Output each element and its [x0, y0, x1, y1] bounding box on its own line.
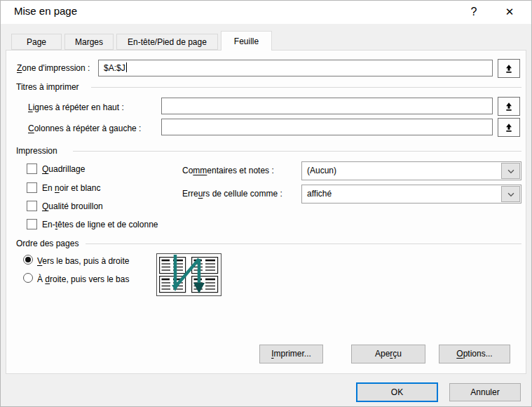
cell-errors-dropdown[interactable]: affiché: [301, 185, 521, 204]
collapse-dialog-icon: [504, 122, 514, 133]
print-area-input[interactable]: $A:$J: [98, 60, 493, 76]
print-group-label: Impression: [16, 146, 57, 156]
close-icon: ✕: [505, 6, 514, 18]
cancel-button[interactable]: Annuler: [449, 383, 521, 401]
repeat-rows-label: Lignes à répéter en haut :: [28, 102, 124, 112]
tab-feuille[interactable]: Feuille: [221, 31, 272, 51]
repeat-rows-collapse-button[interactable]: [498, 97, 520, 116]
tab-marges[interactable]: Marges: [64, 34, 114, 50]
text-caret: [126, 62, 127, 72]
comments-dropdown-button[interactable]: [501, 163, 520, 179]
print-area-collapse-button[interactable]: [498, 59, 520, 78]
help-icon: ?: [471, 6, 477, 18]
comments-label: Commentaires et notes :: [182, 166, 274, 175]
preview-button[interactable]: Aperçu: [351, 345, 425, 363]
print-area-value: $A:$J: [104, 63, 125, 73]
titlebar: Mise en page ? ✕: [0, 0, 532, 24]
cell-errors-dropdown-button[interactable]: [501, 186, 520, 202]
group-divider: [86, 243, 521, 244]
ok-button[interactable]: OK: [356, 382, 438, 402]
draft-quality-label: Qualité brouillon: [42, 201, 103, 211]
over-then-down-label: À droite, puis vers le bas: [37, 274, 129, 284]
tab-entete-pied-de-page[interactable]: En-tête/Pied de page: [116, 34, 218, 50]
print-titles-group-label: Titres à imprimer: [16, 82, 79, 92]
over-then-down-radio[interactable]: [23, 273, 33, 283]
cell-errors-label: Erreurs de cellule comme :: [182, 189, 282, 199]
black-white-checkbox[interactable]: [27, 182, 37, 193]
comments-dropdown-value: (Aucun): [307, 162, 336, 180]
cell-errors-dropdown-value: affiché: [307, 185, 332, 203]
down-then-over-radio[interactable]: [23, 255, 33, 265]
print-button[interactable]: Imprimer...: [259, 345, 323, 363]
group-divider: [73, 151, 521, 152]
chevron-down-icon: [506, 189, 516, 199]
black-white-label: En noir et blanc: [42, 183, 100, 193]
tab-marges-label: Marges: [75, 37, 103, 47]
repeat-cols-input[interactable]: [161, 119, 493, 135]
row-col-headings-checkbox[interactable]: [27, 219, 37, 229]
gridlines-checkbox[interactable]: [27, 164, 37, 174]
options-button[interactable]: Options...: [439, 345, 510, 363]
help-button[interactable]: ?: [463, 3, 484, 21]
tab-entete-label: En-tête/Pied de page: [128, 37, 207, 47]
repeat-cols-label: Colonnes à répéter à gauche :: [28, 124, 141, 133]
down-then-over-label: Vers le bas, puis à droite: [37, 256, 129, 266]
chevron-down-icon: [506, 166, 516, 176]
comments-dropdown[interactable]: (Aucun): [301, 161, 521, 180]
collapse-dialog-icon: [504, 101, 514, 112]
page-order-preview: [156, 253, 221, 296]
page-order-group-label: Ordre des pages: [16, 239, 79, 248]
group-divider: [91, 87, 521, 88]
tab-page-label: Page: [27, 37, 46, 47]
close-button[interactable]: ✕: [499, 3, 520, 21]
repeat-cols-collapse-button[interactable]: [498, 118, 520, 137]
collapse-dialog-icon: [504, 63, 514, 74]
draft-quality-checkbox[interactable]: [27, 201, 37, 211]
tab-page[interactable]: Page: [11, 34, 62, 50]
row-col-headings-label: En-têtes de ligne et de colonne: [42, 220, 158, 229]
dialog-title: Mise en page: [14, 5, 77, 17]
tab-feuille-label: Feuille: [234, 36, 259, 46]
print-area-label: Zone d'impression :: [17, 63, 90, 73]
gridlines-label: Quadrillage: [42, 164, 85, 174]
page-order-preview-icon: [157, 254, 221, 295]
repeat-rows-input[interactable]: [161, 98, 493, 114]
radio-selected-dot: [25, 257, 31, 262]
